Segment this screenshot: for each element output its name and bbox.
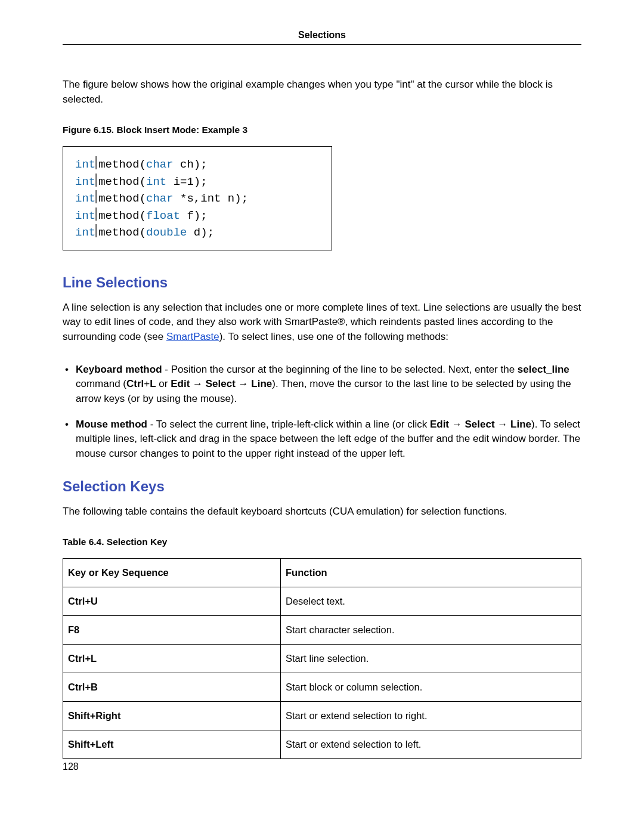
method-name: Mouse method: [76, 419, 147, 430]
cursor-icon: [95, 156, 97, 169]
text: or: [156, 378, 171, 389]
function-cell: Start character selection.: [280, 616, 581, 645]
command-name: select_line: [518, 364, 569, 375]
text: command (: [76, 378, 126, 389]
heading-line-selections: Line Selections: [63, 274, 581, 291]
function-cell: Start or extend selection to right.: [280, 702, 581, 730]
page: Selections The figure below shows how th…: [63, 0, 581, 796]
plus: +: [144, 378, 150, 389]
function-cell: Start block or column selection.: [280, 673, 581, 702]
text: ). To select lines, use one of the follo…: [219, 331, 448, 342]
list-item: Mouse method - To select the current lin…: [63, 417, 581, 462]
menu: Line: [510, 419, 531, 430]
text: - Position the cursor at the beginning o…: [162, 364, 518, 375]
function-cell: Deselect text.: [280, 587, 581, 616]
key: Ctrl: [126, 378, 144, 389]
page-number: 128: [63, 761, 581, 772]
code-line: intmethod(char *s,int n);: [75, 190, 320, 208]
table-row: Ctrl+BStart block or column selection.: [63, 673, 581, 702]
key-cell: Ctrl+B: [63, 673, 281, 702]
key-cell: Ctrl+U: [63, 587, 281, 616]
table-row: Shift+RightStart or extend selection to …: [63, 702, 581, 730]
table-row: Shift+LeftStart or extend selection to l…: [63, 730, 581, 759]
table-header-row: Key or Key Sequence Function: [63, 559, 581, 587]
code-line: intmethod(double d);: [75, 224, 320, 241]
menu: Line: [251, 378, 272, 389]
key-cell: Shift+Right: [63, 702, 281, 730]
key-cell: Ctrl+L: [63, 645, 281, 673]
key-cell: Shift+Left: [63, 730, 281, 759]
table-row: F8Start character selection.: [63, 616, 581, 645]
cursor-icon: [95, 190, 97, 203]
menu: Edit: [430, 419, 449, 430]
code-line: intmethod(float f);: [75, 208, 320, 225]
code-line: intmethod(int i=1);: [75, 174, 320, 191]
method-name: Keyboard method: [76, 364, 162, 375]
smartpaste-link[interactable]: SmartPaste: [166, 331, 219, 342]
table-row: Ctrl+UDeselect text.: [63, 587, 581, 616]
figure-caption: Figure 6.15. Block Insert Mode: Example …: [63, 125, 581, 135]
key: L: [150, 378, 156, 389]
heading-selection-keys: Selection Keys: [63, 478, 581, 495]
running-header: Selections: [63, 30, 581, 45]
line-selections-paragraph: A line selection is any selection that i…: [63, 301, 581, 345]
list-item: Keyboard method - Position the cursor at…: [63, 363, 581, 407]
table-caption: Table 6.4. Selection Key: [63, 537, 581, 547]
code-figure: intmethod(char ch);intmethod(int i=1);in…: [63, 146, 332, 250]
code-line: intmethod(char ch);: [75, 156, 320, 174]
cursor-icon: [95, 208, 97, 221]
arrow-icon: →: [449, 419, 465, 430]
col-header-function: Function: [280, 559, 581, 587]
selection-keys-paragraph: The following table contains the default…: [63, 504, 581, 519]
methods-list: Keyboard method - Position the cursor at…: [63, 363, 581, 462]
table-row: Ctrl+LStart line selection.: [63, 645, 581, 673]
menu: Select: [465, 419, 494, 430]
col-header-key: Key or Key Sequence: [63, 559, 281, 587]
arrow-icon: →: [190, 378, 205, 389]
cursor-icon: [95, 224, 97, 237]
arrow-icon: →: [495, 419, 510, 430]
selection-key-table: Key or Key Sequence Function Ctrl+UDesel…: [63, 558, 581, 759]
function-cell: Start or extend selection to left.: [280, 730, 581, 759]
menu: Select: [206, 378, 236, 389]
menu: Edit: [171, 378, 190, 389]
function-cell: Start line selection.: [280, 645, 581, 673]
arrow-icon: →: [236, 378, 251, 389]
key-cell: F8: [63, 616, 281, 645]
cursor-icon: [95, 174, 97, 187]
intro-paragraph: The figure below shows how the original …: [63, 78, 581, 107]
text: - To select the current line, triple-lef…: [147, 419, 430, 430]
